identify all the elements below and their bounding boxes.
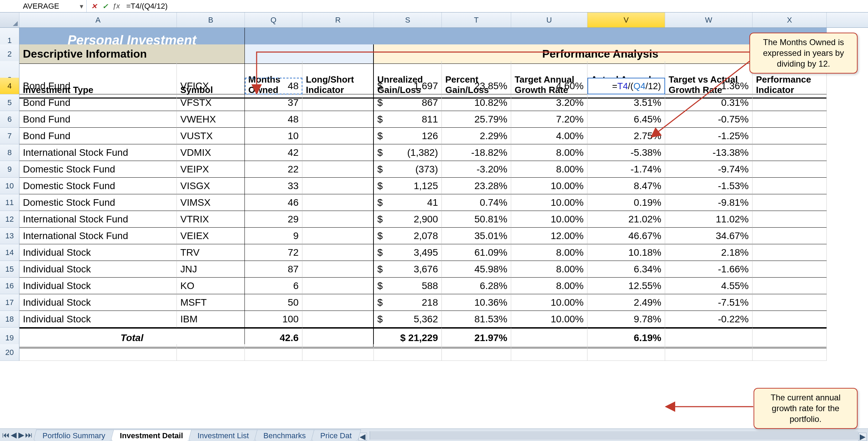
cancel-icon[interactable]: ✕ (89, 2, 98, 11)
column-header-V[interactable]: V (587, 12, 665, 27)
cell-Q16[interactable]: 6 (245, 278, 302, 294)
cell-Q4[interactable]: 48 (245, 78, 302, 94)
column-header-U[interactable]: U (511, 12, 587, 27)
cell-V9[interactable]: -1.74% (587, 161, 665, 178)
cell-W11[interactable]: -9.81% (665, 194, 753, 211)
cell-A17[interactable]: Individual Stock (19, 294, 177, 311)
cell-W7[interactable]: -1.25% (665, 128, 753, 144)
cell-R8[interactable] (302, 144, 374, 161)
cell-V11[interactable]: 0.19% (587, 194, 665, 211)
horizontal-scrollbar[interactable] (370, 431, 858, 440)
sheet-tab-investment-list[interactable]: Investment List (188, 430, 259, 441)
cell-R17[interactable] (302, 294, 374, 311)
row-header-14[interactable]: 14 (0, 244, 19, 261)
cell-A7[interactable]: Bond Fund (19, 128, 177, 144)
cell-T18[interactable]: 81.53% (442, 311, 511, 328)
cell-S14[interactable]: $3,495 (374, 244, 442, 261)
cell-W14[interactable]: 2.18% (665, 244, 753, 261)
cell-T5[interactable]: 10.82% (442, 94, 511, 111)
cell-X12[interactable] (753, 211, 827, 228)
cell-X5[interactable] (753, 94, 827, 111)
enter-icon[interactable]: ✓ (101, 2, 110, 11)
cell-R6[interactable] (302, 111, 374, 128)
cell-S16[interactable]: $588 (374, 278, 442, 294)
cell-S8[interactable]: $(1,382) (374, 144, 442, 161)
cell-row20-2[interactable] (245, 344, 302, 361)
cell-U9[interactable]: 8.00% (511, 161, 587, 178)
select-all-corner[interactable] (0, 12, 19, 27)
cell-V6[interactable]: 6.45% (587, 111, 665, 128)
cell-U10[interactable]: 10.00% (511, 178, 587, 194)
cell-T7[interactable]: 2.29% (442, 128, 511, 144)
cell-Q8[interactable]: 42 (245, 144, 302, 161)
cell-U16[interactable]: 8.00% (511, 278, 587, 294)
cell-V4-editing[interactable]: =T4/(Q4/12) (587, 78, 665, 94)
cell-X9[interactable] (753, 161, 827, 178)
cell-T17[interactable]: 10.36% (442, 294, 511, 311)
row-header-6[interactable]: 6 (0, 111, 19, 128)
cell-T6[interactable]: 25.79% (442, 111, 511, 128)
row-header-4[interactable]: 4 (0, 78, 19, 94)
cell-T13[interactable]: 35.01% (442, 228, 511, 244)
name-box[interactable]: AVERAGE (21, 1, 78, 11)
row-header-8[interactable]: 8 (0, 144, 19, 161)
cell-row20-3[interactable] (302, 344, 374, 361)
cell-A5[interactable]: Bond Fund (19, 94, 177, 111)
cell-W17[interactable]: -7.51% (665, 294, 753, 311)
cell-B9[interactable]: VEIPX (177, 161, 245, 178)
cell-R7[interactable] (302, 128, 374, 144)
cell-Q11[interactable]: 46 (245, 194, 302, 211)
cell-B10[interactable]: VISGX (177, 178, 245, 194)
column-header-X[interactable]: X (753, 12, 827, 27)
cell-T14[interactable]: 61.09% (442, 244, 511, 261)
column-header-S[interactable]: S (374, 12, 442, 27)
cell-Q15[interactable]: 87 (245, 261, 302, 278)
cell-W15[interactable]: -1.66% (665, 261, 753, 278)
cell-X8[interactable] (753, 144, 827, 161)
cell-X15[interactable] (753, 261, 827, 278)
cell-A4[interactable]: Bond Fund (19, 78, 177, 94)
cell-S15[interactable]: $3,676 (374, 261, 442, 278)
cell-A10[interactable]: Domestic Stock Fund (19, 178, 177, 194)
cell-A15[interactable]: Individual Stock (19, 261, 177, 278)
cell-T12[interactable]: 50.81% (442, 211, 511, 228)
cell-W18[interactable]: -0.22% (665, 311, 753, 328)
cell-row20-9[interactable] (753, 344, 827, 361)
cell-V17[interactable]: 2.49% (587, 294, 665, 311)
cell-R4[interactable] (302, 78, 374, 94)
cell-U7[interactable]: 4.00% (511, 128, 587, 144)
cell-B17[interactable]: MSFT (177, 294, 245, 311)
cell-X6[interactable] (753, 111, 827, 128)
cell-A18[interactable]: Individual Stock (19, 311, 177, 328)
cell-S9[interactable]: $(373) (374, 161, 442, 178)
row-header-5[interactable]: 5 (0, 94, 19, 111)
cell-S13[interactable]: $2,078 (374, 228, 442, 244)
cell-Q12[interactable]: 29 (245, 211, 302, 228)
tab-nav-next-icon[interactable]: ▶ (17, 431, 25, 439)
cell-B7[interactable]: VUSTX (177, 128, 245, 144)
cell-row20-8[interactable] (665, 344, 753, 361)
name-box-dropdown-icon[interactable]: ▾ (78, 3, 85, 10)
cell-X17[interactable] (753, 294, 827, 311)
cell-V7[interactable]: 2.75% (587, 128, 665, 144)
cell-R16[interactable] (302, 278, 374, 294)
cell-row20-5[interactable] (442, 344, 511, 361)
cell-W4[interactable]: 1.36% (665, 78, 753, 94)
column-header-A[interactable]: A (19, 12, 177, 27)
cell-X18[interactable] (753, 311, 827, 328)
cell-T16[interactable]: 6.28% (442, 278, 511, 294)
cell-Q13[interactable]: 9 (245, 228, 302, 244)
cell-Q6[interactable]: 48 (245, 111, 302, 128)
cell-row20-0[interactable] (19, 344, 177, 361)
cell-B16[interactable]: KO (177, 278, 245, 294)
cell-B11[interactable]: VIMSX (177, 194, 245, 211)
cell-Q9[interactable]: 22 (245, 161, 302, 178)
cell-U17[interactable]: 10.00% (511, 294, 587, 311)
cell-U5[interactable]: 3.20% (511, 94, 587, 111)
formula-input[interactable]: =T4/(Q4/12) (123, 0, 868, 12)
cell-U11[interactable]: 10.00% (511, 194, 587, 211)
cell-V10[interactable]: 8.47% (587, 178, 665, 194)
cell-A12[interactable]: International Stock Fund (19, 211, 177, 228)
cell-A13[interactable]: International Stock Fund (19, 228, 177, 244)
row-header-9[interactable]: 9 (0, 161, 19, 178)
